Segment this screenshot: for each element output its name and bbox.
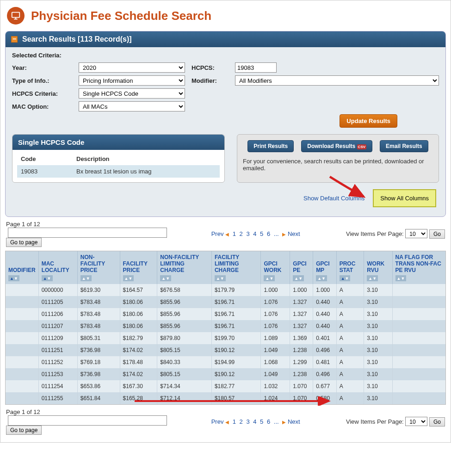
table-row: 0000000$619.30$164.57$676.58$179.791.000…	[6, 284, 446, 296]
table-row: 0111206$783.48$180.06$855.96$196.711.076…	[6, 308, 446, 320]
column-header[interactable]: MODIFIER▲▼	[6, 251, 38, 284]
results-panel: − Search Results [113 Record(s)] Selecte…	[5, 31, 446, 217]
column-header[interactable]: NA FLAG FOR TRANS NON-FAC PE RVU▲▼	[392, 251, 446, 284]
page-link[interactable]: 1	[233, 418, 236, 425]
column-header[interactable]: PROC STAT▲▼	[336, 251, 364, 284]
show-default-columns-link[interactable]: Show Default Columns	[303, 195, 365, 202]
goto-page-input[interactable]	[8, 228, 167, 238]
per-page-go-button[interactable]: Go	[429, 417, 445, 427]
sort-icon[interactable]: ▲▼	[395, 275, 407, 281]
prev-link[interactable]: Prev ◀	[211, 418, 229, 425]
table-cell	[6, 320, 38, 332]
table-cell	[6, 356, 38, 368]
page-link[interactable]: 4	[253, 418, 256, 425]
per-page-go-button[interactable]: Go	[429, 229, 445, 239]
page-link[interactable]: ...	[274, 230, 279, 237]
column-header[interactable]: FACILITY LIMITING CHARGE▲▼	[211, 251, 261, 284]
per-page-select[interactable]: 10	[405, 417, 427, 426]
sort-icon[interactable]: ▲▼	[316, 275, 327, 281]
table-cell: $736.98	[77, 368, 120, 380]
table-cell: $783.48	[77, 320, 120, 332]
arrow-left-icon: ◀	[225, 232, 229, 237]
print-results-button[interactable]: Print Results	[247, 140, 294, 152]
column-header[interactable]: WORK RVU▲▼	[364, 251, 392, 284]
year-select[interactable]: 2020	[79, 62, 185, 73]
table-row: 0111251$736.98$174.02$805.15$190.121.049…	[6, 344, 446, 356]
title-row: Physician Fee Schedule Search	[7, 7, 446, 25]
hcpcs-crit-label: HCPCS Criteria:	[12, 90, 72, 97]
table-row: 0111253$736.98$174.02$805.15$190.121.049…	[6, 368, 446, 380]
sort-icon[interactable]: ▲▼	[340, 275, 351, 281]
next-link[interactable]: ▶ Next	[282, 230, 300, 237]
type-select[interactable]: Pricing Information	[79, 75, 185, 86]
table-cell	[392, 380, 446, 392]
sort-icon[interactable]: ▲▼	[8, 275, 19, 281]
goto-page-input[interactable]	[8, 415, 167, 426]
sort-icon[interactable]: ▲▼	[215, 275, 226, 281]
sort-icon[interactable]: ▲▼	[160, 275, 171, 281]
page-link[interactable]: 3	[246, 230, 249, 237]
table-cell: A	[336, 320, 364, 332]
column-header[interactable]: FACILITY PRICE▲▼	[120, 251, 157, 284]
sort-icon[interactable]: ▲▼	[367, 275, 378, 281]
mac-select[interactable]: All MACs	[79, 101, 185, 111]
table-cell: 1.000	[313, 284, 337, 296]
actions-card: Print Results Download Results CSV Email…	[237, 134, 439, 183]
table-cell	[6, 308, 38, 320]
page-link[interactable]: 4	[253, 230, 256, 237]
prev-link[interactable]: Prev ◀	[211, 230, 229, 237]
table-cell: 1.049	[261, 368, 290, 380]
column-header[interactable]: GPCI MP▲▼	[313, 251, 337, 284]
table-cell: A	[336, 296, 364, 308]
table-cell	[392, 356, 446, 368]
page-link[interactable]: ...	[274, 418, 279, 425]
table-cell: 0111255	[38, 392, 77, 404]
table-cell: 0111205	[38, 296, 77, 308]
page-link[interactable]: 5	[260, 230, 263, 237]
column-header[interactable]: NON-FACILITY LIMITING CHARGE▲▼	[157, 251, 212, 284]
next-link[interactable]: ▶ Next	[282, 418, 300, 425]
per-page-select[interactable]: 10	[405, 229, 427, 238]
hcpcs-label: HCPCS:	[192, 64, 229, 71]
download-results-button[interactable]: Download Results CSV	[301, 140, 372, 152]
page-link[interactable]: 5	[260, 418, 263, 425]
table-cell: A	[336, 332, 364, 344]
sort-icon[interactable]: ▲▼	[123, 275, 134, 281]
show-all-columns-button[interactable]: Show All Columns	[373, 189, 436, 207]
hcpcs-crit-select[interactable]: Single HCPCS Code	[79, 88, 185, 99]
update-results-button[interactable]: Update Results	[340, 114, 397, 128]
page-link[interactable]: 6	[267, 230, 270, 237]
page-link[interactable]: 2	[240, 418, 243, 425]
page-link[interactable]: 2	[240, 230, 243, 237]
page-link[interactable]: 1	[233, 230, 236, 237]
page-link[interactable]: 6	[267, 418, 270, 425]
table-body: 0000000$619.30$164.57$676.58$179.791.000…	[6, 284, 446, 404]
column-header[interactable]: NON-FACILITY PRICE▲▼	[77, 251, 120, 284]
table-cell: $174.02	[120, 368, 157, 380]
collapse-icon[interactable]: −	[11, 36, 18, 43]
table-scroll-container[interactable]: MODIFIER▲▼MAC LOCALITY▲▼NON-FACILITY PRI…	[5, 251, 446, 405]
page-link[interactable]: 3	[246, 418, 249, 425]
modifier-select[interactable]: All Modifiers	[235, 75, 439, 86]
table-cell: $194.99	[211, 356, 261, 368]
modifier-label: Modifier:	[192, 77, 229, 84]
table-cell: 1.238	[290, 344, 313, 356]
hcpcs-input[interactable]	[235, 62, 277, 73]
pager-bottom: Page 1 of 12 Go to page Prev ◀ 1 2 3 4 5…	[6, 408, 445, 435]
column-header[interactable]: GPCI PE▲▼	[290, 251, 313, 284]
table-cell: $164.57	[120, 284, 157, 296]
table-cell: 0.440	[313, 308, 337, 320]
sort-icon[interactable]: ▲▼	[264, 275, 275, 281]
sort-icon[interactable]: ▲▼	[80, 275, 92, 281]
goto-page-button[interactable]: Go to page	[6, 238, 42, 247]
table-cell: $736.98	[77, 344, 120, 356]
column-header[interactable]: MAC LOCALITY▲▼	[38, 251, 77, 284]
table-cell: $180.57	[211, 392, 261, 404]
table-cell	[392, 332, 446, 344]
email-results-button[interactable]: Email Results	[380, 140, 428, 152]
column-header[interactable]: GPCI WORK▲▼	[261, 251, 290, 284]
table-cell: 1.327	[290, 320, 313, 332]
sort-icon[interactable]: ▲▼	[42, 275, 53, 281]
sort-icon[interactable]: ▲▼	[293, 275, 304, 281]
goto-page-button[interactable]: Go to page	[6, 426, 42, 435]
